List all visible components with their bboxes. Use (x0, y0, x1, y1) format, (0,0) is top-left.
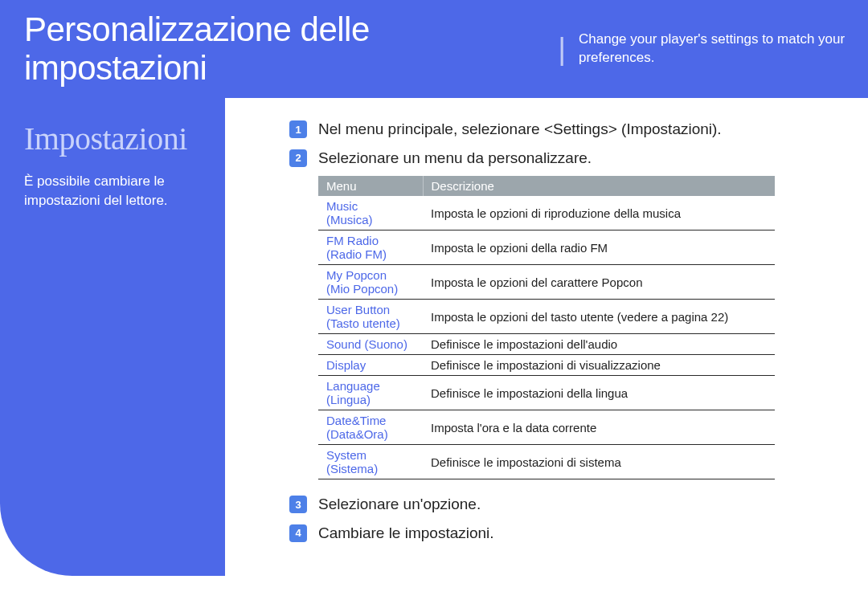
sidebar-title: Impostazioni (24, 120, 201, 157)
desc-cell: Definisce le impostazioni di sistema (423, 445, 775, 479)
page-subtitle: Change your player's settings to match y… (579, 31, 868, 67)
desc-cell: Definisce le impostazioni della lingua (423, 376, 775, 410)
step-badge-icon: 4 (289, 524, 307, 542)
page-header: Personalizzazione delle impostazioni | C… (0, 0, 868, 98)
menu-cell: My Popcon (Mio Popcon) (318, 265, 423, 300)
step-badge-icon: 2 (289, 149, 307, 167)
menu-cell: Language (Lingua) (318, 376, 423, 410)
table-row: FM Radio (Radio FM) Imposta le opzioni d… (318, 231, 775, 265)
step-badge-icon: 3 (289, 496, 307, 513)
table-row: Music (Musica) Imposta le opzioni di rip… (318, 196, 775, 231)
step-1: 1 Nel menu principale, selezionare <Sett… (289, 119, 820, 140)
menu-cell: FM Radio (Radio FM) (318, 231, 423, 265)
table-row: System (Sistema) Definisce le impostazio… (318, 445, 775, 479)
step-text: Nel menu principale, selezionare <Settin… (318, 119, 722, 140)
step-text: Cambiare le impostazioni. (318, 523, 494, 544)
sidebar-description: È possibile cambiare le impostazioni del… (24, 172, 201, 210)
table-row: Sound (Suono) Definisce le impostazioni … (318, 334, 775, 355)
desc-cell: Imposta le opzioni del carattere Popcon (423, 265, 775, 300)
menu-cell: Date&Time (Data&Ora) (318, 410, 423, 445)
table-row: My Popcon (Mio Popcon) Imposta le opzion… (318, 265, 775, 300)
menu-cell: Music (Musica) (318, 196, 423, 231)
table-row: Display Definisce le impostazioni di vis… (318, 355, 775, 376)
desc-cell: Definisce le impostazioni di visualizzaz… (423, 355, 775, 376)
step-badge-icon: 1 (289, 120, 307, 138)
menu-cell: Display (318, 355, 423, 376)
desc-cell: Imposta le opzioni della radio FM (423, 231, 775, 265)
step-text: Selezionare un'opzione. (318, 494, 481, 515)
settings-table: Menu Descrizione Music (Musica) Imposta … (318, 176, 775, 479)
step-text: Selezionare un menu da personalizzare. (318, 148, 592, 169)
desc-cell: Definisce le impostazioni dell'audio (423, 334, 775, 355)
table-row: Date&Time (Data&Ora) Imposta l'ora e la … (318, 410, 775, 445)
table-header-menu: Menu (318, 176, 423, 196)
step-2: 2 Selezionare un menu da personalizzare. (289, 148, 820, 169)
desc-cell: Imposta le opzioni di riproduzione della… (423, 196, 775, 231)
header-divider: | (558, 32, 566, 67)
table-row: User Button (Tasto utente) Imposta le op… (318, 300, 775, 334)
main-content: 1 Nel menu principale, selezionare <Sett… (225, 98, 868, 576)
menu-cell: User Button (Tasto utente) (318, 300, 423, 334)
content-area: Impostazioni È possibile cambiare le imp… (0, 98, 868, 576)
step-4: 4 Cambiare le impostazioni. (289, 523, 820, 544)
table-row: Language (Lingua) Definisce le impostazi… (318, 376, 775, 410)
menu-cell: System (Sistema) (318, 445, 423, 479)
step-3: 3 Selezionare un'opzione. (289, 494, 820, 515)
desc-cell: Imposta l'ora e la data corrente (423, 410, 775, 445)
page-title: Personalizzazione delle impostazioni (24, 10, 545, 88)
table-header-desc: Descrizione (423, 176, 775, 196)
sidebar: Impostazioni È possibile cambiare le imp… (0, 97, 225, 576)
desc-cell: Imposta le opzioni del tasto utente (ved… (423, 300, 775, 334)
menu-cell: Sound (Suono) (318, 334, 423, 355)
